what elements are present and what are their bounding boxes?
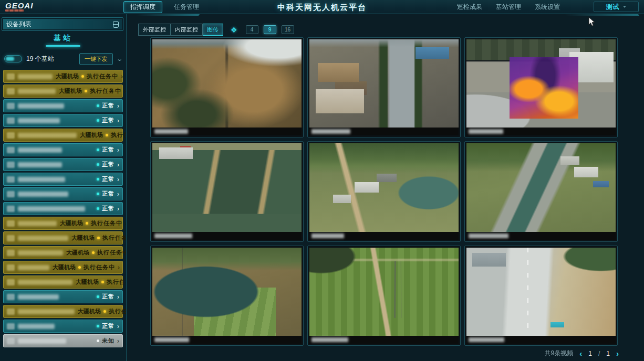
station-count-label: 19 个基站	[26, 55, 75, 63]
video-tile[interactable]	[464, 141, 618, 241]
station-list-item[interactable]: 大疆机场 执行任务中 ›	[3, 84, 123, 98]
chevron-right-icon[interactable]: ›	[117, 294, 119, 300]
chevron-right-icon[interactable]: ›	[117, 206, 119, 211]
user-account-button[interactable]: 测试	[594, 2, 639, 12]
tab-image-transmission[interactable]: 图传	[203, 24, 223, 36]
status-dot-icon	[106, 134, 108, 136]
nav-item-dispatch[interactable]: 指挥调度	[123, 1, 162, 13]
collapse-list-icon[interactable]	[113, 21, 119, 28]
station-list-item[interactable]: 大疆机场 执行任务中 ›	[3, 261, 123, 274]
station-status-label: 执行任务中	[84, 263, 115, 271]
chevron-right-icon[interactable]: ›	[121, 74, 123, 79]
chevron-right-icon[interactable]: ›	[117, 118, 119, 123]
station-list-item[interactable]: 大疆机场 执行任务中 ›	[3, 129, 123, 142]
video-tile[interactable]	[150, 141, 304, 241]
video-feed	[152, 143, 302, 231]
nav-item-task-management[interactable]: 任务管理	[174, 3, 199, 12]
station-list-item[interactable]: 正常 ›	[3, 143, 123, 156]
station-type-icon	[7, 103, 15, 109]
status-dot-icon	[97, 193, 99, 195]
station-list-item[interactable]: 正常 ›	[3, 320, 123, 333]
station-status-group: 大疆机场 执行任务中 ›	[78, 307, 126, 315]
chevron-right-icon[interactable]: ›	[117, 192, 119, 197]
station-list-item[interactable]: 正常 ›	[3, 173, 123, 186]
video-label-blur	[469, 337, 504, 342]
station-type-icon	[7, 132, 15, 139]
chevron-right-icon[interactable]: ›	[117, 162, 119, 167]
station-list-item[interactable]: 正常 ›	[3, 202, 123, 215]
station-status-label: 执行任务中	[111, 131, 126, 139]
chevron-right-icon[interactable]: ›	[117, 324, 119, 329]
station-list-item[interactable]: 正常 ›	[3, 99, 123, 112]
video-caption-bar	[309, 128, 459, 135]
station-list-item[interactable]: 正常 ›	[3, 114, 123, 127]
station-list-item[interactable]: 未知 ›	[3, 334, 123, 347]
station-status-group: 大疆机场 执行任务中 ›	[71, 234, 126, 242]
station-type-icon	[7, 250, 15, 256]
chevron-right-icon[interactable]: ›	[117, 103, 119, 109]
tab-internal-monitoring[interactable]: 内部监控	[171, 24, 203, 36]
video-tile[interactable]	[150, 37, 304, 137]
station-name-blur	[18, 177, 65, 182]
station-list-item[interactable]: 大疆机场 执行任务中 ›	[3, 246, 123, 259]
current-page: 1	[588, 350, 592, 357]
station-type-icon	[7, 88, 15, 94]
station-status-label: 正常	[102, 322, 115, 330]
station-type-icon	[7, 73, 15, 80]
video-feed	[466, 39, 616, 128]
logo-subtext-blur	[5, 9, 24, 12]
layout-flower-icon[interactable]: ❖	[231, 26, 237, 34]
station-filter-toggle[interactable]	[4, 55, 22, 62]
station-status-label: 执行任务中	[109, 307, 126, 315]
station-type-icon	[7, 147, 15, 153]
nav-item-inspection-results[interactable]: 巡检成果	[457, 3, 482, 12]
station-name-blur	[18, 324, 55, 329]
station-list-item[interactable]: 大疆机场 执行任务中 ›	[3, 217, 123, 230]
status-dot-icon	[97, 325, 99, 327]
chevron-right-icon[interactable]: ›	[124, 89, 126, 94]
pagination-footer: 共9条视频 ‹ 1 / 1 ›	[545, 349, 619, 358]
station-list-item[interactable]: 正常 ›	[3, 158, 123, 171]
video-feed	[309, 248, 459, 336]
grid-layout-9-button[interactable]: 9	[264, 25, 276, 34]
video-tile[interactable]	[307, 141, 461, 241]
station-list-item[interactable]: 大疆机场 执行任务中 ›	[3, 70, 123, 83]
station-type-icon	[7, 279, 15, 285]
status-dot-icon	[97, 104, 99, 107]
tab-base-station[interactable]: 基站	[54, 34, 72, 45]
tab-external-monitoring[interactable]: 外部监控	[138, 24, 171, 36]
chevron-right-icon[interactable]: ›	[118, 265, 120, 270]
chevron-right-icon[interactable]: ›	[117, 147, 119, 153]
grid-layout-4-button[interactable]: 4	[246, 25, 258, 34]
chevron-right-icon[interactable]: ›	[117, 177, 119, 182]
station-list-item[interactable]: 正常 ›	[3, 187, 123, 200]
station-status-label: 正常	[102, 205, 115, 213]
video-tile[interactable]	[464, 37, 618, 137]
video-caption-bar	[466, 336, 616, 344]
chevron-right-icon[interactable]: ›	[125, 221, 126, 226]
station-status-group: 正常 ›	[97, 190, 119, 198]
station-name-blur	[18, 133, 77, 138]
station-list-item[interactable]: 大疆机场 执行任务中 ›	[3, 305, 123, 318]
station-status-group: 大疆机场 执行任务中 ›	[56, 72, 123, 80]
video-tile[interactable]	[307, 37, 461, 137]
video-tile[interactable]	[150, 246, 304, 346]
nav-item-system-settings[interactable]: 系统设置	[535, 3, 560, 12]
one-key-dispatch-button[interactable]: 一键下发	[79, 53, 113, 65]
station-list-item[interactable]: 正常 ›	[3, 290, 123, 303]
station-status-label: 未知	[102, 337, 115, 345]
pagination-prev-icon[interactable]: ‹	[579, 351, 582, 357]
station-type-label: 大疆机场	[80, 131, 103, 139]
grid-layout-16-button[interactable]: 16	[282, 25, 294, 34]
video-caption-bar	[152, 232, 302, 240]
nav-item-station-management[interactable]: 基站管理	[496, 3, 521, 12]
chevron-right-icon[interactable]: ›	[117, 338, 119, 344]
station-list-item[interactable]: 大疆机场 执行任务中 ›	[3, 231, 123, 245]
station-list-item[interactable]: 大疆机场 执行任务中 ›	[3, 275, 123, 289]
video-tile[interactable]	[307, 246, 461, 346]
video-caption-bar	[152, 128, 302, 135]
video-tile[interactable]	[464, 246, 618, 346]
video-caption-bar	[466, 128, 616, 135]
chevron-down-icon[interactable]: ⌄	[116, 56, 123, 62]
pagination-next-icon[interactable]: ›	[616, 351, 619, 357]
